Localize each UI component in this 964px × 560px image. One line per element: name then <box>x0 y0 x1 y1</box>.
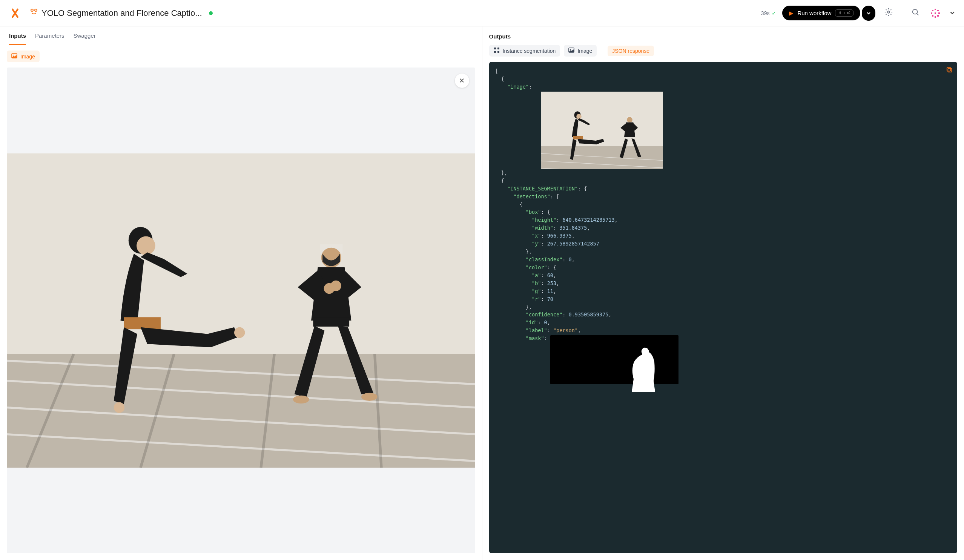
svg-rect-4 <box>935 13 936 14</box>
search-button[interactable] <box>908 5 923 21</box>
chip-image[interactable]: Image <box>564 45 597 57</box>
svg-point-28 <box>234 327 245 337</box>
svg-point-33 <box>331 280 341 291</box>
run-workflow-button[interactable]: ▶ Run workflow ⇧ + ⏎ <box>782 6 860 20</box>
json-mask-thumb <box>550 335 679 384</box>
clear-image-button[interactable]: ✕ <box>455 73 469 88</box>
chip-separator <box>602 46 602 55</box>
svg-rect-44 <box>947 67 951 71</box>
svg-point-2 <box>887 11 890 13</box>
svg-point-14 <box>13 55 13 55</box>
input-tabs: Inputs Parameters Swagger <box>0 26 482 45</box>
app-logo[interactable] <box>8 6 23 21</box>
outputs-title: Outputs <box>482 26 964 40</box>
svg-rect-9 <box>932 10 933 11</box>
svg-rect-43 <box>948 68 951 72</box>
json-image-thumb <box>535 84 663 169</box>
settings-button[interactable] <box>881 5 896 21</box>
svg-point-3 <box>913 10 918 14</box>
kbd-hint: ⇧ + ⏎ <box>835 10 853 16</box>
chip-instance-segmentation[interactable]: Instance segmentation <box>489 45 560 57</box>
svg-point-51 <box>576 114 582 119</box>
svg-point-35 <box>293 395 309 403</box>
svg-rect-10 <box>937 10 939 11</box>
input-image-chip[interactable]: Image <box>7 50 40 62</box>
svg-rect-45 <box>541 92 663 147</box>
image-icon <box>568 47 575 54</box>
user-avatar[interactable] <box>928 7 942 20</box>
workflow-title: YOLO Segmentation and Florence Captio... <box>41 8 202 18</box>
svg-rect-37 <box>494 47 496 49</box>
svg-point-36 <box>362 392 378 400</box>
segmentation-icon <box>494 47 500 54</box>
divider <box>902 6 902 21</box>
svg-rect-8 <box>938 13 940 14</box>
svg-rect-6 <box>935 16 936 18</box>
image-icon <box>11 53 17 60</box>
svg-rect-11 <box>932 15 933 16</box>
svg-rect-39 <box>494 51 496 53</box>
check-icon: ✓ <box>772 10 776 16</box>
play-icon: ▶ <box>789 10 793 16</box>
workflow-icon <box>30 8 38 18</box>
svg-rect-38 <box>497 47 499 49</box>
input-image <box>7 148 475 473</box>
chip-json-response[interactable]: JSON response <box>607 46 654 56</box>
svg-point-0 <box>31 9 33 11</box>
copy-json-button[interactable] <box>946 67 953 75</box>
svg-point-26 <box>137 236 155 255</box>
run-dropdown-button[interactable] <box>862 6 875 21</box>
svg-rect-12 <box>937 15 939 16</box>
tab-parameters[interactable]: Parameters <box>35 33 65 45</box>
svg-rect-46 <box>541 146 663 169</box>
svg-point-54 <box>627 117 633 122</box>
svg-rect-5 <box>935 9 936 10</box>
svg-rect-34 <box>313 317 349 327</box>
svg-point-29 <box>114 402 124 413</box>
tab-inputs[interactable]: Inputs <box>9 33 26 45</box>
svg-point-42 <box>570 49 571 50</box>
avatar-dropdown[interactable] <box>948 9 956 17</box>
svg-point-1 <box>35 9 37 11</box>
json-output-panel[interactable]: [ { "image": }, { "INSTANCE_SEGMENTATION… <box>489 62 957 553</box>
svg-rect-40 <box>497 51 499 53</box>
elapsed-time: 39s ✓ <box>761 10 777 16</box>
status-dot <box>209 11 213 15</box>
svg-rect-7 <box>931 13 932 14</box>
svg-rect-15 <box>7 153 475 354</box>
input-image-canvas: ✕ <box>7 67 475 553</box>
tab-swagger[interactable]: Swagger <box>73 33 96 45</box>
